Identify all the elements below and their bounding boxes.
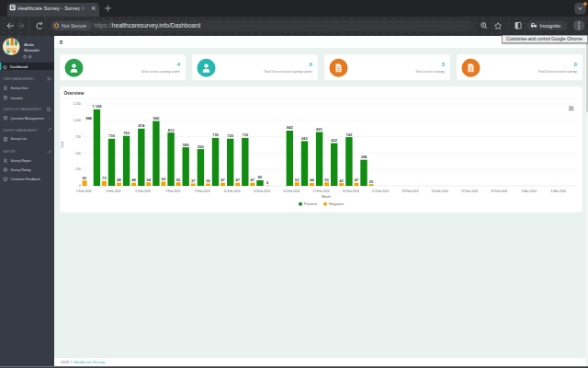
svg-text:15-Feb-2024: 15-Feb-2024 <box>283 190 300 193</box>
svg-text:81: 81 <box>83 176 87 180</box>
svg-text:500: 500 <box>75 152 81 155</box>
svg-text:750: 750 <box>75 135 81 139</box>
svg-text:1,000: 1,000 <box>74 119 82 122</box>
svg-text:990: 990 <box>153 116 160 121</box>
svg-text:55: 55 <box>176 178 181 182</box>
svg-text:250: 250 <box>75 167 81 171</box>
svg-text:7-Feb-2024: 7-Feb-2024 <box>165 190 181 193</box>
svg-text:2-Mar-2024: 2-Mar-2024 <box>521 190 537 193</box>
svg-text:Healthcare Survey - Survey M: Healthcare Survey - Survey M <box>17 6 85 11</box>
svg-text:27-Feb-2024: 27-Feb-2024 <box>461 190 478 193</box>
svg-text:Dashboard: Dashboard <box>10 64 28 69</box>
svg-text:1,250: 1,250 <box>74 102 82 106</box>
svg-text:Ahalia: Ahalia <box>24 43 34 47</box>
svg-text:842: 842 <box>287 125 293 130</box>
svg-text:Mussafah: Mussafah <box>24 49 39 52</box>
svg-text:USER MANAGEMENT: USER MANAGEMENT <box>3 77 34 81</box>
svg-text:0: 0 <box>79 184 81 188</box>
svg-text:813: 813 <box>168 128 175 132</box>
svg-text:REPORT: REPORT <box>3 150 16 154</box>
svg-text:Overview: Overview <box>64 91 85 96</box>
svg-text:23-Feb-2024: 23-Feb-2024 <box>401 190 418 193</box>
svg-text:36: 36 <box>206 178 210 183</box>
svg-text:54: 54 <box>147 178 152 182</box>
svg-text:3-Feb-2024: 3-Feb-2024 <box>106 190 121 193</box>
svg-text:https://healthcaresurvey.info/: https://healthcaresurvey.info/Dashboard <box>94 22 200 29</box>
svg-text:17-Feb-2024: 17-Feb-2024 <box>312 190 329 193</box>
svg-text:44: 44 <box>310 178 314 182</box>
svg-text:398: 398 <box>361 155 368 159</box>
svg-text:Incognito: Incognito <box>540 23 561 29</box>
svg-text:53: 53 <box>324 178 329 182</box>
svg-text:9-Feb-2024: 9-Feb-2024 <box>195 190 210 193</box>
svg-text:1-Feb-2024: 1-Feb-2024 <box>76 190 92 193</box>
svg-text:Survey User: Survey User <box>10 86 28 90</box>
svg-text:5-Feb-2024: 5-Feb-2024 <box>135 190 151 193</box>
svg-text:25-Feb-2024: 25-Feb-2024 <box>431 190 447 193</box>
svg-text:743: 743 <box>346 132 353 137</box>
svg-text:48: 48 <box>131 178 136 182</box>
svg-text:Negative: Negative <box>329 201 345 206</box>
svg-text:47: 47 <box>251 178 255 182</box>
svg-text:47: 47 <box>355 178 359 182</box>
svg-text:Survey List: Survey List <box>10 137 26 141</box>
svg-text:Positive: Positive <box>304 201 318 206</box>
svg-text:QUESTION MANAGEMENT: QUESTION MANAGEMENT <box>3 108 41 111</box>
svg-text:19-Feb-2024: 19-Feb-2024 <box>343 190 359 193</box>
svg-text:21-Feb-2024: 21-Feb-2024 <box>372 190 389 193</box>
svg-text:53: 53 <box>295 178 300 182</box>
svg-text:47: 47 <box>220 178 225 182</box>
svg-text:Survey Report: Survey Report <box>10 159 30 163</box>
svg-text:719: 719 <box>108 133 115 138</box>
svg-text:Customer Feedback: Customer Feedback <box>10 178 40 181</box>
svg-text:732: 732 <box>242 132 248 137</box>
svg-text:4-Mar-2024: 4-Mar-2024 <box>551 190 567 193</box>
svg-text:589: 589 <box>183 143 189 147</box>
svg-text:560: 560 <box>198 144 204 149</box>
svg-text:29-Feb-2024: 29-Feb-2024 <box>491 190 507 193</box>
svg-text:SURVEY MANAGEMENT: SURVEY MANAGEMENT <box>3 129 38 132</box>
svg-text:Survey Rating: Survey Rating <box>10 168 30 172</box>
svg-text:720: 720 <box>227 133 233 138</box>
svg-text:Total active survey users: Total active survey users <box>141 69 180 74</box>
svg-text:Total active survey: Total active survey <box>415 69 446 74</box>
svg-text:874: 874 <box>138 123 144 128</box>
svg-text:732: 732 <box>212 132 219 137</box>
svg-text:763: 763 <box>123 131 130 135</box>
svg-text:988: 988 <box>85 116 92 121</box>
svg-text:48: 48 <box>117 178 121 182</box>
svg-text:47: 47 <box>235 178 240 182</box>
svg-text:41: 41 <box>339 178 344 183</box>
svg-text:652: 652 <box>331 138 337 143</box>
svg-text:683: 683 <box>301 136 308 141</box>
svg-text:73: 73 <box>102 176 107 180</box>
svg-text:63: 63 <box>162 177 166 181</box>
svg-text:Month: Month <box>322 195 331 199</box>
svg-text:821: 821 <box>316 127 322 132</box>
svg-text:11-Feb-2024: 11-Feb-2024 <box>223 190 240 193</box>
svg-text:13-Feb-2024: 13-Feb-2024 <box>254 190 270 193</box>
svg-text:Question Management: Question Management <box>10 117 43 121</box>
svg-text:Total: Total <box>61 142 64 149</box>
svg-text:85: 85 <box>258 175 263 179</box>
svg-text:25: 25 <box>369 179 374 184</box>
svg-text:1 168: 1 168 <box>92 104 102 109</box>
svg-text:Total Deactivated survey users: Total Deactivated survey users <box>264 69 312 74</box>
svg-text:Total Deactivated survey: Total Deactivated survey <box>538 69 578 74</box>
svg-text:37: 37 <box>191 178 196 183</box>
svg-text:Not Secure: Not Secure <box>62 23 86 29</box>
svg-text:2024 © Healthcare Survey: 2024 © Healthcare Survey <box>61 360 106 364</box>
svg-text:Location: Location <box>10 97 22 100</box>
